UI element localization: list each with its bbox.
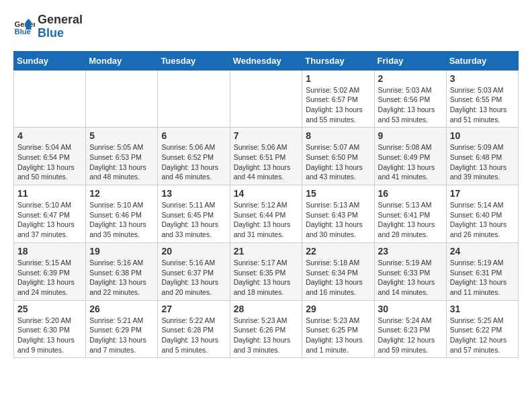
- day-number: 3: [450, 73, 515, 84]
- calendar-cell: [86, 70, 158, 128]
- day-info: Sunrise: 5:21 AM Sunset: 6:29 PM Dayligh…: [89, 316, 154, 355]
- svg-text:General: General: [15, 20, 35, 28]
- calendar-cell: 27Sunrise: 5:22 AM Sunset: 6:28 PM Dayli…: [158, 300, 230, 358]
- day-info: Sunrise: 5:18 AM Sunset: 6:34 PM Dayligh…: [306, 258, 370, 298]
- day-info: Sunrise: 5:12 AM Sunset: 6:44 PM Dayligh…: [234, 200, 299, 240]
- calendar-week-row: 25Sunrise: 5:20 AM Sunset: 6:30 PM Dayli…: [14, 300, 519, 358]
- day-info: Sunrise: 5:16 AM Sunset: 6:37 PM Dayligh…: [161, 258, 226, 298]
- calendar-cell: [230, 70, 302, 128]
- day-info: Sunrise: 5:19 AM Sunset: 6:33 PM Dayligh…: [378, 258, 443, 298]
- calendar-cell: 11Sunrise: 5:10 AM Sunset: 6:47 PM Dayli…: [14, 185, 86, 243]
- calendar-cell: [158, 70, 230, 128]
- day-number: 10: [450, 130, 515, 141]
- day-number: 21: [234, 246, 299, 257]
- calendar-cell: 15Sunrise: 5:13 AM Sunset: 6:43 PM Dayli…: [302, 185, 374, 243]
- day-header-monday: Monday: [86, 51, 158, 70]
- day-header-saturday: Saturday: [446, 51, 518, 70]
- calendar-cell: 7Sunrise: 5:06 AM Sunset: 6:51 PM Daylig…: [230, 128, 302, 185]
- day-number: 19: [89, 246, 154, 257]
- day-number: 4: [17, 130, 82, 141]
- calendar-cell: 29Sunrise: 5:23 AM Sunset: 6:25 PM Dayli…: [302, 300, 374, 358]
- day-info: Sunrise: 5:23 AM Sunset: 6:25 PM Dayligh…: [306, 316, 370, 355]
- day-header-wednesday: Wednesday: [230, 51, 302, 70]
- calendar-week-row: 4Sunrise: 5:04 AM Sunset: 6:54 PM Daylig…: [14, 128, 519, 185]
- day-number: 1: [306, 73, 370, 84]
- day-info: Sunrise: 5:06 AM Sunset: 6:51 PM Dayligh…: [234, 142, 299, 182]
- calendar-cell: 19Sunrise: 5:16 AM Sunset: 6:38 PM Dayli…: [86, 242, 158, 300]
- day-number: 27: [161, 304, 226, 314]
- calendar-table: SundayMondayTuesdayWednesdayThursdayFrid…: [13, 51, 519, 359]
- day-number: 6: [161, 130, 226, 141]
- day-info: Sunrise: 5:10 AM Sunset: 6:47 PM Dayligh…: [17, 200, 82, 240]
- day-number: 28: [234, 304, 299, 314]
- calendar-cell: 12Sunrise: 5:10 AM Sunset: 6:46 PM Dayli…: [86, 185, 158, 243]
- calendar-cell: 18Sunrise: 5:15 AM Sunset: 6:39 PM Dayli…: [14, 242, 86, 300]
- calendar-cell: 4Sunrise: 5:04 AM Sunset: 6:54 PM Daylig…: [14, 128, 86, 185]
- day-info: Sunrise: 5:20 AM Sunset: 6:30 PM Dayligh…: [17, 316, 82, 355]
- calendar-cell: 9Sunrise: 5:08 AM Sunset: 6:49 PM Daylig…: [374, 128, 446, 185]
- calendar-cell: 31Sunrise: 5:25 AM Sunset: 6:22 PM Dayli…: [446, 300, 518, 358]
- day-number: 23: [378, 246, 443, 257]
- day-number: 13: [161, 188, 226, 199]
- calendar-cell: 16Sunrise: 5:13 AM Sunset: 6:41 PM Dayli…: [374, 185, 446, 243]
- day-number: 16: [378, 188, 443, 199]
- day-number: 8: [306, 130, 370, 141]
- day-info: Sunrise: 5:09 AM Sunset: 6:48 PM Dayligh…: [450, 142, 515, 182]
- day-info: Sunrise: 5:19 AM Sunset: 6:31 PM Dayligh…: [450, 258, 515, 298]
- day-number: 5: [89, 130, 154, 141]
- logo-text: General Blue: [38, 13, 83, 40]
- day-number: 14: [234, 188, 299, 199]
- day-header-friday: Friday: [374, 51, 446, 70]
- day-info: Sunrise: 5:22 AM Sunset: 6:28 PM Dayligh…: [161, 316, 226, 355]
- day-header-tuesday: Tuesday: [158, 51, 230, 70]
- day-number: 26: [89, 304, 154, 314]
- calendar-cell: 22Sunrise: 5:18 AM Sunset: 6:34 PM Dayli…: [302, 242, 374, 300]
- day-info: Sunrise: 5:06 AM Sunset: 6:52 PM Dayligh…: [161, 142, 226, 182]
- logo: General Blue General Blue: [13, 13, 83, 40]
- day-number: 25: [17, 304, 82, 314]
- calendar-cell: 10Sunrise: 5:09 AM Sunset: 6:48 PM Dayli…: [446, 128, 518, 185]
- day-number: 20: [161, 246, 226, 257]
- day-info: Sunrise: 5:24 AM Sunset: 6:23 PM Dayligh…: [378, 316, 443, 355]
- calendar-cell: 5Sunrise: 5:05 AM Sunset: 6:53 PM Daylig…: [86, 128, 158, 185]
- logo-icon: General Blue: [13, 16, 35, 38]
- day-info: Sunrise: 5:16 AM Sunset: 6:38 PM Dayligh…: [89, 258, 154, 298]
- calendar-cell: [14, 70, 86, 128]
- day-number: 29: [306, 304, 370, 314]
- day-header-sunday: Sunday: [14, 51, 86, 70]
- day-info: Sunrise: 5:13 AM Sunset: 6:41 PM Dayligh…: [378, 200, 443, 240]
- calendar-header-row: SundayMondayTuesdayWednesdayThursdayFrid…: [14, 51, 519, 70]
- calendar-week-row: 11Sunrise: 5:10 AM Sunset: 6:47 PM Dayli…: [14, 185, 519, 243]
- day-number: 18: [17, 246, 82, 257]
- calendar-cell: 1Sunrise: 5:02 AM Sunset: 6:57 PM Daylig…: [302, 70, 374, 128]
- day-info: Sunrise: 5:11 AM Sunset: 6:45 PM Dayligh…: [161, 200, 226, 240]
- calendar-cell: 2Sunrise: 5:03 AM Sunset: 6:56 PM Daylig…: [374, 70, 446, 128]
- day-number: 22: [306, 246, 370, 257]
- day-info: Sunrise: 5:08 AM Sunset: 6:49 PM Dayligh…: [378, 142, 443, 182]
- day-number: 30: [378, 304, 443, 314]
- calendar-cell: 28Sunrise: 5:23 AM Sunset: 6:26 PM Dayli…: [230, 300, 302, 358]
- day-info: Sunrise: 5:03 AM Sunset: 6:56 PM Dayligh…: [378, 85, 443, 125]
- day-header-thursday: Thursday: [302, 51, 374, 70]
- calendar-cell: 25Sunrise: 5:20 AM Sunset: 6:30 PM Dayli…: [14, 300, 86, 358]
- calendar-week-row: 1Sunrise: 5:02 AM Sunset: 6:57 PM Daylig…: [14, 70, 519, 128]
- day-info: Sunrise: 5:23 AM Sunset: 6:26 PM Dayligh…: [234, 316, 299, 355]
- calendar-cell: 24Sunrise: 5:19 AM Sunset: 6:31 PM Dayli…: [446, 242, 518, 300]
- day-number: 7: [234, 130, 299, 141]
- day-number: 2: [378, 73, 443, 84]
- calendar-cell: 6Sunrise: 5:06 AM Sunset: 6:52 PM Daylig…: [158, 128, 230, 185]
- day-info: Sunrise: 5:17 AM Sunset: 6:35 PM Dayligh…: [234, 258, 299, 298]
- calendar-cell: 17Sunrise: 5:14 AM Sunset: 6:40 PM Dayli…: [446, 185, 518, 243]
- calendar-cell: 3Sunrise: 5:03 AM Sunset: 6:55 PM Daylig…: [446, 70, 518, 128]
- day-number: 31: [450, 304, 515, 314]
- day-number: 11: [17, 188, 82, 199]
- calendar-cell: 21Sunrise: 5:17 AM Sunset: 6:35 PM Dayli…: [230, 242, 302, 300]
- day-number: 24: [450, 246, 515, 257]
- calendar-cell: 8Sunrise: 5:07 AM Sunset: 6:50 PM Daylig…: [302, 128, 374, 185]
- day-info: Sunrise: 5:03 AM Sunset: 6:55 PM Dayligh…: [450, 85, 515, 125]
- day-number: 12: [89, 188, 154, 199]
- day-info: Sunrise: 5:25 AM Sunset: 6:22 PM Dayligh…: [450, 316, 515, 355]
- day-info: Sunrise: 5:02 AM Sunset: 6:57 PM Dayligh…: [306, 85, 370, 125]
- calendar-cell: 14Sunrise: 5:12 AM Sunset: 6:44 PM Dayli…: [230, 185, 302, 243]
- calendar-cell: 20Sunrise: 5:16 AM Sunset: 6:37 PM Dayli…: [158, 242, 230, 300]
